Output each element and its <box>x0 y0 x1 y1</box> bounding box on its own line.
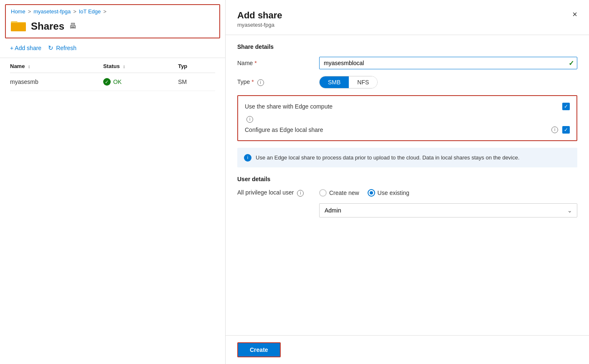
table-row[interactable]: myasesmb ✓ OK SM <box>10 73 215 91</box>
create-new-radio[interactable] <box>319 189 327 197</box>
row-type: SM <box>178 73 215 91</box>
type-info-icon[interactable]: i <box>257 79 264 86</box>
print-icon[interactable]: 🖶 <box>69 22 77 30</box>
status-check-icon: ✓ <box>103 78 111 86</box>
user-details-section: User details All privilege local user i … <box>237 176 577 217</box>
name-input[interactable] <box>319 57 577 69</box>
drawer-title: Add share <box>237 10 282 21</box>
col-name[interactable]: Name ↕ <box>10 58 103 73</box>
edge-compute-info-icon[interactable]: i <box>246 116 253 123</box>
info-box-icon: i <box>244 154 251 162</box>
shares-table: Name ↕ Status ↕ Typ myasesmb ✓ OK <box>10 58 215 91</box>
name-valid-icon: ✓ <box>569 59 574 67</box>
close-button[interactable]: × <box>572 10 577 18</box>
edge-compute-row: Use the share with Edge compute ✓ <box>245 103 570 110</box>
edge-local-checkbox[interactable]: ✓ <box>562 126 570 134</box>
breadcrumb-sep2: > <box>73 8 76 15</box>
type-required: * <box>251 78 254 85</box>
admin-select[interactable]: Admin <box>319 203 577 217</box>
info-box: i Use an Edge local share to process dat… <box>237 148 577 168</box>
name-required: * <box>254 60 256 66</box>
radio-group: Create new Use existing <box>319 189 577 197</box>
info-box-text: Use an Edge local share to process data … <box>256 154 520 162</box>
edge-local-info-icon[interactable]: i <box>551 126 558 133</box>
row-name: myasesmb <box>10 73 103 91</box>
breadcrumb-device[interactable]: myasetest-fpga <box>33 8 71 15</box>
create-new-option[interactable]: Create new <box>319 189 359 197</box>
type-label: Type * i <box>237 78 312 86</box>
edge-compute-section: Use the share with Edge compute ✓ i Conf… <box>237 95 577 141</box>
toolbar: + Add share ↻ Refresh <box>0 38 225 58</box>
refresh-button[interactable]: ↻ Refresh <box>48 44 76 52</box>
use-existing-option[interactable]: Use existing <box>368 189 409 197</box>
refresh-icon: ↻ <box>48 44 53 52</box>
privilege-label: All privilege local user i <box>237 189 312 197</box>
type-row: Type * i SMB NFS <box>237 76 577 88</box>
edge-compute-label: Use the share with Edge compute <box>245 103 558 110</box>
name-label: Name * <box>237 60 312 66</box>
user-details-title: User details <box>237 176 577 182</box>
edge-local-label: Configure as Edge local share <box>245 126 546 133</box>
drawer-footer: Create <box>226 335 589 364</box>
drawer-header: Add share myasetest-fpga × <box>226 0 589 35</box>
col-type[interactable]: Typ <box>178 58 215 73</box>
create-button[interactable]: Create <box>237 342 281 357</box>
type-smb-button[interactable]: SMB <box>320 76 349 88</box>
privilege-row: All privilege local user i Create new Us… <box>237 189 577 197</box>
page-title: Shares <box>31 20 64 32</box>
name-input-container: ✓ <box>319 57 577 69</box>
col-status[interactable]: Status ↕ <box>103 58 178 73</box>
admin-select-container: Admin ⌄ <box>319 203 577 217</box>
folder-icon <box>11 18 26 34</box>
add-share-button[interactable]: + Add share <box>10 45 41 51</box>
use-existing-radio[interactable] <box>368 189 375 197</box>
use-existing-label: Use existing <box>378 190 409 196</box>
breadcrumb-sep3: > <box>103 8 107 15</box>
breadcrumb-sep1: > <box>28 8 31 15</box>
use-existing-radio-inner <box>370 191 373 195</box>
add-share-drawer: Add share myasetest-fpga × Share details… <box>226 0 589 364</box>
edge-local-row: Configure as Edge local share i ✓ <box>245 126 570 134</box>
row-status: ✓ OK <box>103 73 178 91</box>
name-row: Name * ✓ <box>237 57 577 69</box>
shares-table-area: Name ↕ Status ↕ Typ myasesmb ✓ OK <box>0 58 225 364</box>
svg-rect-3 <box>11 23 26 31</box>
create-new-label: Create new <box>329 190 359 196</box>
privilege-info-icon[interactable]: i <box>297 190 304 197</box>
breadcrumb-home[interactable]: Home <box>11 8 25 15</box>
drawer-body: Share details Name * ✓ Type * i SMB NFS <box>226 35 589 335</box>
drawer-subtitle: myasetest-fpga <box>237 22 282 28</box>
type-nfs-button[interactable]: NFS <box>349 76 377 88</box>
edge-compute-checkbox[interactable]: ✓ <box>562 103 570 110</box>
admin-row: Admin ⌄ <box>237 203 577 217</box>
breadcrumb-highlight: Home > myasetest-fpga > IoT Edge > Share… <box>5 4 220 38</box>
breadcrumb-section[interactable]: IoT Edge <box>79 8 101 15</box>
type-toggle: SMB NFS <box>319 76 378 88</box>
breadcrumb: Home > myasetest-fpga > IoT Edge > <box>11 8 214 15</box>
share-details-title: Share details <box>237 43 577 50</box>
